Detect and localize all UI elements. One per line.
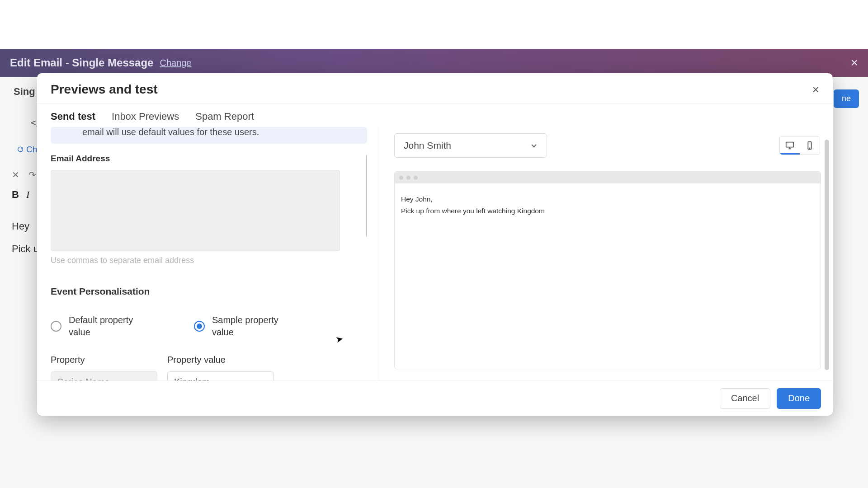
email-address-label: Email Address [51, 154, 367, 164]
desktop-icon [785, 141, 795, 150]
email-address-input[interactable] [51, 170, 340, 251]
device-mobile-button[interactable] [800, 136, 820, 155]
chevron-down-icon [530, 142, 538, 149]
vertical-divider [379, 127, 379, 380]
property-value-selected: Kingdom [174, 377, 210, 381]
email-preview-frame: Hey John, Pick up from where you left wa… [394, 171, 821, 369]
previews-test-modal: Previews and test × Send test Inbox Prev… [37, 73, 833, 416]
email-preview-body: Hey John, Pick up from where you left wa… [395, 183, 821, 369]
radio-sample-label: Sample property value [212, 314, 300, 338]
send-test-form: email will use default values for these … [51, 127, 367, 380]
window-dot-icon [399, 176, 403, 180]
modal-tabs: Send test Inbox Previews Spam Report [37, 103, 833, 127]
property-row: Property Series Name Property value King… [51, 355, 367, 380]
tab-send-test[interactable]: Send test [51, 111, 95, 127]
tab-spam-report[interactable]: Spam Report [195, 111, 254, 127]
preview-user-selected: John Smith [404, 140, 451, 151]
property-name-input[interactable]: Series Name [51, 371, 157, 380]
window-dot-icon [406, 176, 410, 180]
svg-rect-0 [786, 142, 794, 147]
radio-default-label: Default property value [69, 314, 157, 338]
device-desktop-button[interactable] [780, 136, 800, 155]
cancel-button[interactable]: Cancel [720, 388, 770, 409]
modal-close-icon[interactable]: × [812, 83, 819, 97]
radio-icon-selected [194, 321, 205, 332]
device-toggle [779, 136, 820, 155]
tab-inbox-previews[interactable]: Inbox Previews [112, 111, 179, 127]
preview-user-select[interactable]: John Smith [394, 133, 547, 158]
modal-footer: Cancel Done [37, 380, 833, 416]
property-value-header: Property value [167, 355, 274, 365]
mobile-icon [805, 141, 815, 150]
property-col: Property Series Name [51, 355, 157, 380]
svg-point-2 [809, 148, 810, 148]
radio-icon [51, 321, 61, 332]
chevron-down-icon [260, 378, 267, 380]
property-value-select[interactable]: Kingdom [167, 371, 274, 380]
personalisation-radio-group: Default property value Sample property v… [51, 314, 367, 338]
preview-line-2: Pick up from where you left watching Kin… [401, 205, 814, 217]
done-button[interactable]: Done [777, 388, 821, 409]
preview-line-1: Hey John, [401, 193, 814, 205]
event-personalisation-heading: Event Personalisation [51, 286, 367, 297]
modal-body: email will use default values for these … [37, 127, 833, 380]
modal-title: Previews and test [51, 82, 158, 97]
email-hint: Use commas to separate email address [51, 256, 367, 265]
property-header: Property [51, 355, 157, 365]
right-scrollbar[interactable] [825, 140, 829, 370]
property-value-col: Property value Kingdom [167, 355, 274, 380]
preview-pane: John Smith Hey John, Pi [394, 133, 821, 380]
left-scrollbar[interactable] [366, 154, 367, 238]
radio-default-property[interactable]: Default property value [51, 314, 157, 338]
radio-sample-property[interactable]: Sample property value [194, 314, 300, 338]
preview-window-chrome [395, 172, 821, 183]
property-name-placeholder: Series Name [57, 377, 110, 381]
info-banner: email will use default values for these … [51, 127, 367, 144]
modal-header: Previews and test × [37, 73, 833, 103]
window-dot-icon [414, 176, 418, 180]
